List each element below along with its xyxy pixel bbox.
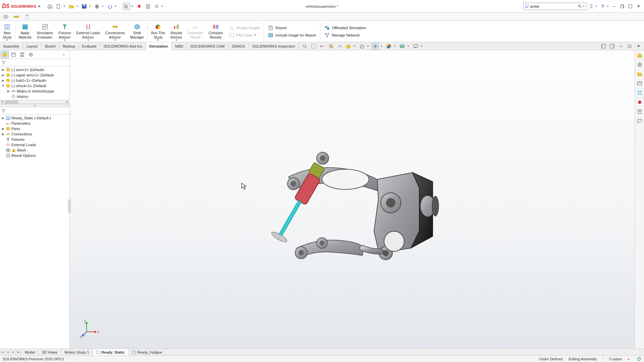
property-manager-tab[interactable]	[9, 51, 17, 58]
options-icon[interactable]	[153, 3, 160, 10]
window-restore[interactable]	[619, 3, 626, 10]
hide-show-icon[interactable]	[372, 43, 379, 50]
doc-maximize[interactable]	[627, 3, 634, 10]
results-advisor-button[interactable]: Results Advisor▾	[168, 21, 185, 42]
study-tree-item-5[interactable]: External Loads	[0, 142, 69, 147]
dynamic-annotation-icon[interactable]	[336, 43, 343, 50]
bottom-tab-3d-views[interactable]: 3D Views	[39, 349, 61, 355]
tab-layout[interactable]: Layout	[23, 42, 41, 50]
tab-evaluate[interactable]: Evaluate	[79, 42, 100, 50]
new-study-button[interactable]: Q New Study▾	[0, 21, 14, 42]
undo-icon[interactable]	[106, 3, 113, 10]
tab-mbd[interactable]: MBD	[172, 42, 187, 50]
external-loads-advisor-button[interactable]: External Loads Advisor▾	[74, 21, 103, 42]
save-icon[interactable]	[80, 3, 88, 10]
study-tree-item-3[interactable]: ▶Connections	[0, 131, 69, 137]
feature-tree-item-0[interactable]: ▶(-) arm<1> (Default<	[0, 67, 69, 72]
tab-3dwox[interactable]: 3DWOX	[228, 42, 249, 50]
doc-close[interactable]: ✕	[635, 43, 642, 50]
taskpane-forum-icon[interactable]	[636, 117, 643, 125]
panel-resize-grabber[interactable]: ⋮	[68, 199, 71, 213]
compare-results-button[interactable]: Compare Results	[206, 21, 225, 42]
tab-nav-prev[interactable]: ◄	[5, 349, 11, 355]
tab-solidworks-inspection[interactable]: SOLIDWORKS Inspection	[249, 42, 299, 50]
section-view-icon[interactable]	[328, 43, 334, 50]
tab-markup[interactable]: Markup	[59, 42, 79, 50]
status-rebuild-icon[interactable]	[637, 357, 641, 361]
status-units[interactable]: Custom	[609, 357, 622, 361]
feature-tree-item-3[interactable]: ▼(-) shock<1> (Default	[0, 83, 69, 88]
feature-tree-item-1[interactable]: ▶(-) upper arm<1> (Default-	[0, 72, 69, 78]
study-tree-item-7[interactable]: Result Options	[0, 153, 69, 158]
rebuild-icon[interactable]	[136, 3, 143, 10]
print-icon[interactable]	[93, 3, 101, 10]
bottom-tab-ready-static[interactable]: Ready_Static	[93, 349, 128, 355]
logo-dropdown[interactable]: ▶	[36, 3, 44, 10]
taskpane-home-icon[interactable]	[636, 52, 643, 59]
taskpane-design-library-icon[interactable]	[636, 70, 643, 78]
study-filter[interactable]	[0, 107, 69, 115]
taskpane-file-explorer-icon[interactable]	[636, 80, 643, 87]
feature-tree[interactable]: ▶(-) arm<1> (Default<▶(-) upper arm<1> (…	[0, 66, 69, 100]
previous-view-icon[interactable]	[319, 43, 326, 50]
connections-advisor-button[interactable]: Connections Advisor▾	[103, 21, 127, 42]
feature-tree-item-5[interactable]: History	[0, 94, 69, 99]
tab-simulation[interactable]: Simulation	[146, 42, 172, 50]
view-settings-icon[interactable]	[412, 43, 419, 50]
search-input[interactable]	[530, 4, 577, 8]
manage-network-button[interactable]: Manage Network	[324, 33, 366, 38]
search-icon[interactable]	[578, 4, 582, 9]
dimxpert-tab[interactable]	[27, 51, 35, 58]
window-close[interactable]: ✕	[635, 3, 642, 10]
zoom-area-icon[interactable]	[310, 43, 317, 50]
home-icon[interactable]	[46, 3, 54, 10]
tab-nav-last[interactable]: ►|	[16, 349, 21, 355]
doc-restore[interactable]	[626, 43, 633, 50]
login-icon[interactable]	[588, 3, 595, 10]
tab-solidworks-add-ins[interactable]: SOLIDWORKS Add-Ins	[100, 42, 146, 50]
panel-left-icon[interactable]	[600, 43, 607, 50]
config-manager-tab[interactable]	[18, 51, 26, 58]
search-box[interactable]: ▾	[523, 3, 587, 10]
feature-tree-hscroll[interactable]	[0, 100, 69, 104]
help-icon[interactable]: ?	[599, 3, 606, 10]
tab-nav-next[interactable]: ►	[11, 349, 16, 355]
window-minimize[interactable]: ─	[610, 3, 618, 10]
fixtures-advisor-button[interactable]: Fixtures Advisor▾	[56, 21, 73, 42]
study-tree-item-4[interactable]: Fixtures	[0, 137, 69, 142]
view-orientation-icon[interactable]	[345, 43, 352, 50]
bottom-tab-motion-study-1[interactable]: Motion Study 1	[61, 349, 93, 355]
tab-solidworks-cam[interactable]: SOLIDWORKS CAM	[187, 42, 228, 50]
shell-manager-button[interactable]: Shell Manager	[127, 21, 147, 42]
fm-more-tab[interactable]: ▸	[61, 51, 69, 58]
taskpane-view-palette-icon[interactable]	[636, 89, 643, 97]
display-style-icon[interactable]	[359, 43, 365, 50]
fm-tree-tab[interactable]	[1, 51, 9, 58]
tab-assembly[interactable]: Assembly	[0, 42, 23, 50]
study-tree-item-0[interactable]: ▶QReady_Static (-Default-)	[0, 115, 69, 121]
file-properties-icon[interactable]	[144, 3, 152, 10]
new-doc-icon[interactable]	[55, 3, 62, 10]
study-tree-item-6[interactable]: !Mesh	[0, 147, 69, 153]
run-this-study-button[interactable]: Run This Study▾	[148, 21, 168, 42]
taskpane-resources-icon[interactable]	[636, 61, 643, 68]
offloaded-simulation-button[interactable]: Offloaded Simulation	[324, 25, 366, 31]
view-triad[interactable]: x y z	[80, 318, 100, 339]
apply-material-button[interactable]: Apply Material	[16, 21, 34, 42]
graphics-viewport[interactable]: x y z	[70, 50, 635, 349]
paste-icon[interactable]	[23, 13, 31, 20]
bottom-tab-model[interactable]: Model	[21, 349, 39, 355]
doc-minimize[interactable]: ─	[617, 43, 625, 50]
taskpane-appearances-icon[interactable]	[636, 99, 643, 106]
taskpane-custom-props-icon[interactable]	[636, 108, 643, 115]
zoom-fit-icon[interactable]	[302, 43, 308, 50]
simulation-evaluator-button[interactable]: Simulation Evaluator	[34, 21, 56, 42]
study-tree-item-1[interactable]: x=?Parameters	[0, 121, 69, 126]
bottom-tab-ready-fatigue[interactable]: Ready_Fatigue	[128, 349, 166, 355]
simulation-study-tree[interactable]: ▶QReady_Static (-Default-)x=?Parameters▶…	[0, 115, 69, 159]
feature-filter[interactable]	[0, 59, 69, 66]
apply-scene-icon[interactable]	[399, 43, 406, 50]
tree-splitter[interactable]: ●	[0, 104, 69, 107]
feature-tree-item-2[interactable]: ▶(-) hub1<1> (Default<	[0, 78, 69, 83]
feature-tree-item-4[interactable]: ▶Mates in VehicleSuspe	[0, 88, 69, 94]
